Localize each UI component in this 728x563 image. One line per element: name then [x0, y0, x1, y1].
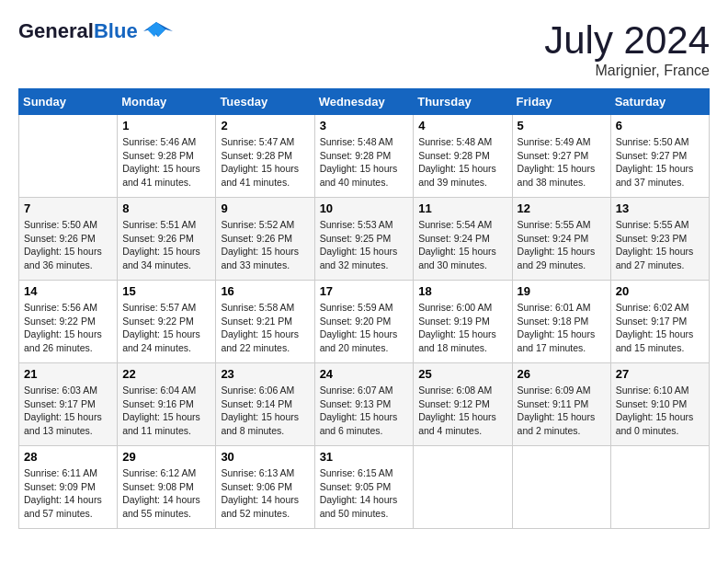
- day-info: Sunrise: 6:07 AMSunset: 9:13 PMDaylight:…: [320, 384, 409, 438]
- day-info: Sunrise: 5:56 AMSunset: 9:22 PMDaylight:…: [24, 301, 112, 355]
- day-cell: 4Sunrise: 5:48 AMSunset: 9:28 PMDaylight…: [414, 115, 512, 198]
- day-number: 12: [518, 201, 606, 215]
- day-info: Sunrise: 5:55 AMSunset: 9:24 PMDaylight:…: [518, 218, 606, 272]
- day-cell: 31Sunrise: 6:15 AMSunset: 9:05 PMDayligh…: [314, 446, 414, 529]
- day-number: 5: [518, 119, 606, 132]
- day-info: Sunrise: 6:02 AMSunset: 9:17 PMDaylight:…: [616, 301, 704, 355]
- week-row-1: 1Sunrise: 5:46 AMSunset: 9:28 PMDaylight…: [19, 115, 710, 198]
- day-number: 8: [122, 201, 210, 215]
- logo-bird-icon: [140, 18, 173, 44]
- day-number: 14: [24, 284, 112, 298]
- header-cell-tuesday: Tuesday: [216, 89, 314, 115]
- header-cell-monday: Monday: [118, 89, 216, 115]
- day-cell: 13Sunrise: 5:55 AMSunset: 9:23 PMDayligh…: [610, 198, 709, 281]
- day-cell: 22Sunrise: 6:04 AMSunset: 9:16 PMDayligh…: [118, 363, 216, 446]
- day-info: Sunrise: 5:54 AMSunset: 9:24 PMDaylight:…: [418, 218, 506, 272]
- title-block: July 2024 Marignier, France: [544, 18, 710, 79]
- page-header: GeneralBlue July 2024 Marignier, France: [18, 18, 710, 79]
- day-cell: 27Sunrise: 6:10 AMSunset: 9:10 PMDayligh…: [610, 363, 709, 446]
- day-number: 21: [24, 367, 112, 381]
- week-row-3: 14Sunrise: 5:56 AMSunset: 9:22 PMDayligh…: [19, 281, 710, 363]
- day-number: 9: [221, 201, 309, 215]
- day-cell: 20Sunrise: 6:02 AMSunset: 9:17 PMDayligh…: [610, 281, 709, 363]
- day-info: Sunrise: 6:00 AMSunset: 9:19 PMDaylight:…: [418, 301, 506, 355]
- day-cell: 1Sunrise: 5:46 AMSunset: 9:28 PMDaylight…: [118, 115, 216, 198]
- day-info: Sunrise: 6:12 AMSunset: 9:08 PMDaylight:…: [122, 466, 210, 521]
- header-cell-saturday: Saturday: [610, 89, 709, 115]
- day-number: 18: [418, 284, 506, 298]
- day-cell: 15Sunrise: 5:57 AMSunset: 9:22 PMDayligh…: [118, 281, 216, 363]
- day-info: Sunrise: 5:53 AMSunset: 9:25 PMDaylight:…: [320, 218, 409, 272]
- day-cell: 18Sunrise: 6:00 AMSunset: 9:19 PMDayligh…: [414, 281, 512, 363]
- week-row-5: 28Sunrise: 6:11 AMSunset: 9:09 PMDayligh…: [19, 446, 710, 529]
- day-cell: 12Sunrise: 5:55 AMSunset: 9:24 PMDayligh…: [512, 198, 610, 281]
- day-cell: 10Sunrise: 5:53 AMSunset: 9:25 PMDayligh…: [314, 198, 414, 281]
- day-info: Sunrise: 5:48 AMSunset: 9:28 PMDaylight:…: [320, 135, 409, 190]
- logo: GeneralBlue: [18, 18, 173, 44]
- day-number: 10: [320, 201, 409, 215]
- day-info: Sunrise: 6:10 AMSunset: 9:10 PMDaylight:…: [616, 384, 704, 438]
- calendar-table: SundayMondayTuesdayWednesdayThursdayFrid…: [18, 88, 710, 529]
- day-number: 30: [221, 450, 309, 464]
- day-cell: 8Sunrise: 5:51 AMSunset: 9:26 PMDaylight…: [118, 198, 216, 281]
- day-info: Sunrise: 5:50 AMSunset: 9:26 PMDaylight:…: [24, 218, 112, 272]
- day-cell: 2Sunrise: 5:47 AMSunset: 9:28 PMDaylight…: [216, 115, 314, 198]
- day-info: Sunrise: 6:06 AMSunset: 9:14 PMDaylight:…: [221, 384, 309, 438]
- day-number: 15: [122, 284, 210, 298]
- day-info: Sunrise: 6:09 AMSunset: 9:11 PMDaylight:…: [518, 384, 606, 438]
- day-cell: 11Sunrise: 5:54 AMSunset: 9:24 PMDayligh…: [414, 198, 512, 281]
- day-cell: 21Sunrise: 6:03 AMSunset: 9:17 PMDayligh…: [19, 363, 118, 446]
- day-cell: 26Sunrise: 6:09 AMSunset: 9:11 PMDayligh…: [512, 363, 610, 446]
- day-number: 22: [122, 367, 210, 381]
- calendar-header: SundayMondayTuesdayWednesdayThursdayFrid…: [19, 89, 710, 115]
- day-info: Sunrise: 6:08 AMSunset: 9:12 PMDaylight:…: [418, 384, 506, 438]
- day-info: Sunrise: 5:50 AMSunset: 9:27 PMDaylight:…: [616, 135, 704, 190]
- day-cell: 14Sunrise: 5:56 AMSunset: 9:22 PMDayligh…: [19, 281, 118, 363]
- day-number: 20: [616, 284, 704, 298]
- day-number: 16: [221, 284, 309, 298]
- header-cell-thursday: Thursday: [414, 89, 512, 115]
- day-number: 7: [24, 201, 112, 215]
- week-row-4: 21Sunrise: 6:03 AMSunset: 9:17 PMDayligh…: [19, 363, 710, 446]
- week-row-2: 7Sunrise: 5:50 AMSunset: 9:26 PMDaylight…: [19, 198, 710, 281]
- day-info: Sunrise: 5:58 AMSunset: 9:21 PMDaylight:…: [221, 301, 309, 355]
- day-info: Sunrise: 6:15 AMSunset: 9:05 PMDaylight:…: [320, 466, 409, 521]
- day-number: 17: [320, 284, 409, 298]
- day-number: 25: [418, 367, 506, 381]
- day-cell: 7Sunrise: 5:50 AMSunset: 9:26 PMDaylight…: [19, 198, 118, 281]
- day-cell: 24Sunrise: 6:07 AMSunset: 9:13 PMDayligh…: [314, 363, 414, 446]
- day-number: 3: [320, 119, 409, 132]
- day-info: Sunrise: 5:47 AMSunset: 9:28 PMDaylight:…: [221, 135, 309, 190]
- day-cell: 29Sunrise: 6:12 AMSunset: 9:08 PMDayligh…: [118, 446, 216, 529]
- day-info: Sunrise: 5:55 AMSunset: 9:23 PMDaylight:…: [616, 218, 704, 272]
- day-info: Sunrise: 5:51 AMSunset: 9:26 PMDaylight:…: [122, 218, 210, 272]
- day-info: Sunrise: 5:52 AMSunset: 9:26 PMDaylight:…: [221, 218, 309, 272]
- day-cell: 28Sunrise: 6:11 AMSunset: 9:09 PMDayligh…: [19, 446, 118, 529]
- logo-text: GeneralBlue: [18, 20, 138, 42]
- day-number: 1: [122, 119, 210, 132]
- day-number: 6: [616, 119, 704, 132]
- location-subtitle: Marignier, France: [544, 63, 710, 79]
- day-info: Sunrise: 5:59 AMSunset: 9:20 PMDaylight:…: [320, 301, 409, 355]
- day-number: 28: [24, 450, 112, 464]
- header-row: SundayMondayTuesdayWednesdayThursdayFrid…: [19, 89, 710, 115]
- day-info: Sunrise: 5:46 AMSunset: 9:28 PMDaylight:…: [122, 135, 210, 190]
- day-cell: 19Sunrise: 6:01 AMSunset: 9:18 PMDayligh…: [512, 281, 610, 363]
- header-cell-friday: Friday: [512, 89, 610, 115]
- day-info: Sunrise: 6:11 AMSunset: 9:09 PMDaylight:…: [24, 466, 112, 521]
- day-cell: 9Sunrise: 5:52 AMSunset: 9:26 PMDaylight…: [216, 198, 314, 281]
- day-cell: 25Sunrise: 6:08 AMSunset: 9:12 PMDayligh…: [414, 363, 512, 446]
- day-number: 2: [221, 119, 309, 132]
- header-cell-wednesday: Wednesday: [314, 89, 414, 115]
- day-cell: 16Sunrise: 5:58 AMSunset: 9:21 PMDayligh…: [216, 281, 314, 363]
- day-info: Sunrise: 6:04 AMSunset: 9:16 PMDaylight:…: [122, 384, 210, 438]
- day-info: Sunrise: 5:49 AMSunset: 9:27 PMDaylight:…: [518, 135, 606, 190]
- day-cell: 23Sunrise: 6:06 AMSunset: 9:14 PMDayligh…: [216, 363, 314, 446]
- day-cell: 30Sunrise: 6:13 AMSunset: 9:06 PMDayligh…: [216, 446, 314, 529]
- month-title: July 2024: [544, 18, 710, 63]
- day-cell: 5Sunrise: 5:49 AMSunset: 9:27 PMDaylight…: [512, 115, 610, 198]
- day-number: 24: [320, 367, 409, 381]
- day-cell: 17Sunrise: 5:59 AMSunset: 9:20 PMDayligh…: [314, 281, 414, 363]
- day-number: 11: [418, 201, 506, 215]
- day-number: 4: [418, 119, 506, 132]
